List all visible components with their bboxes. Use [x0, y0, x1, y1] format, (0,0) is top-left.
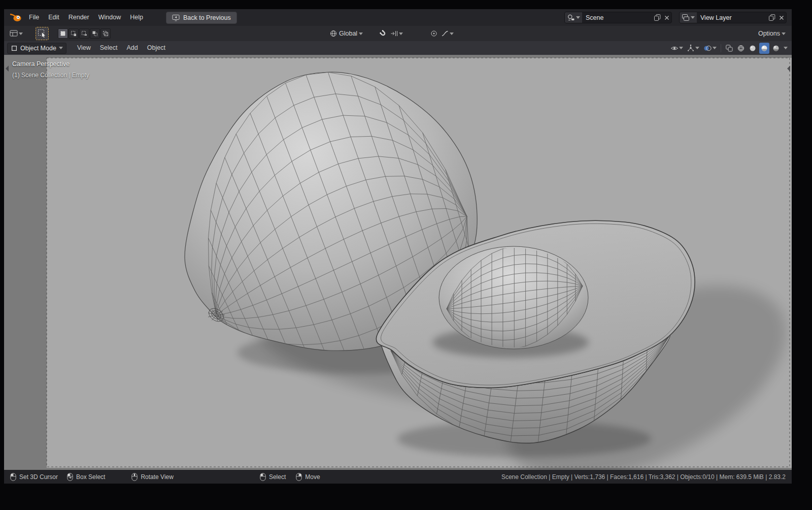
- active-object-breadcrumb: (1) Scene Collection | Empty: [12, 72, 89, 79]
- view-layer-icon: [682, 14, 690, 22]
- viewport-menu-view[interactable]: View: [73, 41, 95, 55]
- proportional-falloff-dropdown[interactable]: [440, 28, 455, 39]
- editor-type-icon: [10, 29, 18, 38]
- monitor-back-icon: [172, 14, 180, 21]
- overlays-icon: [703, 44, 712, 52]
- overlays-dropdown[interactable]: [702, 43, 718, 54]
- blender-logo-icon: [9, 13, 22, 23]
- xray-toggle[interactable]: [724, 43, 734, 54]
- scene-selector[interactable]: Scene: [564, 12, 672, 23]
- mouse-right-icon: [296, 473, 302, 481]
- menu-render[interactable]: Render: [64, 9, 94, 26]
- select-mode-new[interactable]: [58, 28, 68, 39]
- separator: [721, 44, 721, 52]
- duplicate-icon: [654, 14, 661, 21]
- select-mode-subtract[interactable]: [79, 28, 89, 39]
- orientation-globe-icon: [329, 29, 337, 38]
- shading-dropdown[interactable]: [783, 43, 789, 54]
- proportional-editing-toggle[interactable]: [429, 28, 439, 39]
- shading-wireframe-button[interactable]: [736, 43, 746, 54]
- snap-with-dropdown[interactable]: [389, 28, 404, 39]
- viewport-scene[interactable]: [4, 55, 792, 470]
- snap-target-icon: [390, 29, 398, 38]
- scene-browse-button[interactable]: [565, 12, 582, 23]
- chevron-down-icon: [679, 47, 683, 49]
- select-mode-invert[interactable]: [90, 28, 100, 39]
- shading-solid-button[interactable]: [748, 43, 758, 54]
- chevron-down-icon: [59, 47, 63, 49]
- select-box-cursor-icon: [38, 29, 47, 38]
- shading-rendered-button[interactable]: [771, 43, 781, 54]
- xray-icon: [725, 44, 733, 52]
- close-icon: [779, 15, 785, 21]
- status-hint-box-select: Box Select: [67, 473, 105, 481]
- gizmo-icon: [687, 44, 695, 52]
- sidebar-collapse-arrow[interactable]: [787, 65, 791, 72]
- menu-window[interactable]: Window: [94, 9, 125, 26]
- viewport-header: Object Mode View Select Add Object: [4, 41, 792, 55]
- view-layer-browse-button[interactable]: [680, 12, 697, 23]
- status-hint-rotate-view: Rotate View: [131, 473, 173, 481]
- toolbar-collapse-arrow[interactable]: [5, 65, 9, 72]
- options-dropdown[interactable]: Options: [756, 30, 788, 37]
- select-mode-extend[interactable]: [69, 28, 79, 39]
- viewport-menu-object[interactable]: Object: [143, 41, 170, 55]
- chevron-down-icon: [576, 16, 580, 19]
- back-to-previous-label: Back to Previous: [183, 14, 231, 21]
- status-hint-label: Select: [269, 473, 286, 481]
- view-perspective-label: Camera Perspective: [12, 60, 70, 68]
- view-layer-new-button[interactable]: [767, 12, 776, 23]
- object-mode-icon: [11, 45, 18, 52]
- mouse-left-icon: [260, 473, 266, 481]
- status-hint-label: Rotate View: [141, 473, 173, 481]
- falloff-curve-icon: [441, 29, 449, 38]
- chevron-down-icon: [359, 33, 363, 35]
- select-mode-intersect[interactable]: [100, 28, 111, 39]
- mouse-left-icon: [10, 473, 16, 481]
- eye-icon: [670, 44, 679, 52]
- chevron-down-icon: [695, 47, 699, 49]
- menu-edit[interactable]: Edit: [44, 9, 64, 26]
- magnet-icon: [379, 29, 387, 38]
- viewport-menu-add[interactable]: Add: [122, 41, 143, 55]
- scene-icon: [567, 14, 575, 22]
- wireframe-sphere-icon: [737, 44, 745, 52]
- chevron-down-icon: [784, 47, 788, 49]
- scene-name-field[interactable]: Scene: [582, 14, 652, 21]
- mouse-left-drag-icon: [67, 473, 73, 481]
- object-mode-dropdown[interactable]: Object Mode: [7, 43, 66, 54]
- view-layer-selector[interactable]: View Layer: [679, 12, 787, 23]
- object-visibility-dropdown[interactable]: [669, 43, 684, 54]
- scene-new-button[interactable]: [652, 12, 662, 23]
- material-sphere-icon: [760, 44, 768, 52]
- shading-material-button[interactable]: [759, 43, 769, 54]
- scene-unlink-button[interactable]: [662, 12, 671, 23]
- avocado-pit[interactable]: [439, 246, 588, 349]
- viewport-3d[interactable]: Camera Perspective (1) Scene Collection …: [4, 55, 792, 470]
- solid-sphere-icon: [749, 44, 757, 52]
- view-layer-name-field[interactable]: View Layer: [697, 14, 767, 21]
- viewport-menu-select[interactable]: Select: [95, 41, 122, 55]
- snap-toggle[interactable]: [378, 28, 388, 39]
- rendered-sphere-icon: [772, 44, 780, 52]
- transform-orientation-dropdown[interactable]: Global: [327, 29, 365, 38]
- menu-file[interactable]: File: [24, 9, 44, 26]
- gizmos-dropdown[interactable]: [686, 43, 700, 54]
- menu-help[interactable]: Help: [125, 9, 148, 26]
- status-hint-label: Box Select: [76, 473, 105, 481]
- chevron-down-icon: [399, 33, 403, 35]
- chevron-down-icon: [691, 16, 695, 19]
- close-icon: [664, 15, 670, 21]
- tool-settings-bar: Global: [4, 26, 792, 41]
- chevron-down-icon: [782, 33, 786, 35]
- options-label: Options: [758, 30, 780, 37]
- proportional-circle-icon: [430, 29, 438, 38]
- chevron-down-icon: [19, 33, 23, 35]
- status-hint-label: Set 3D Cursor: [19, 473, 58, 481]
- editor-type-selector[interactable]: [8, 29, 24, 38]
- active-tool-select-box[interactable]: [36, 27, 49, 40]
- view-layer-remove-button[interactable]: [776, 12, 786, 23]
- back-to-previous-button[interactable]: Back to Previous: [166, 12, 237, 24]
- object-mode-label: Object Mode: [20, 45, 56, 52]
- status-hint-select: Select: [260, 473, 286, 481]
